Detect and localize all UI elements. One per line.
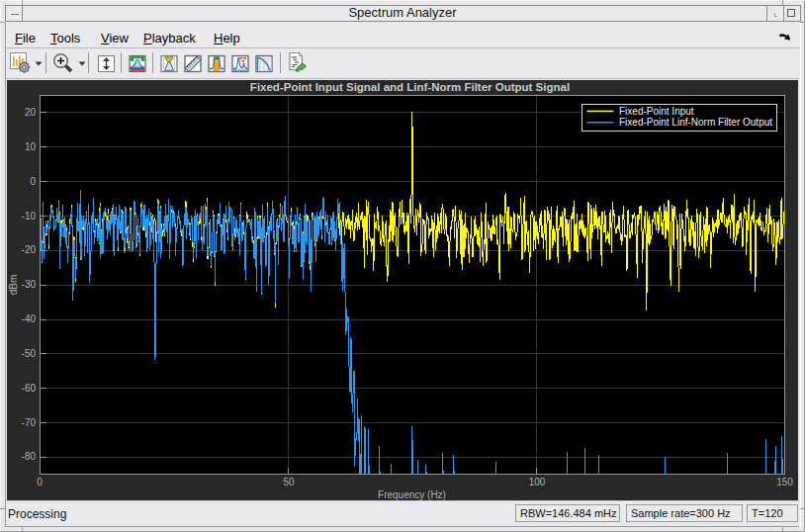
svg-text:-40: -40 [22, 313, 37, 324]
svg-text:-80: -80 [22, 451, 37, 462]
svg-text:-50: -50 [22, 348, 37, 359]
svg-text:-30: -30 [22, 279, 37, 290]
svg-text:-70: -70 [22, 417, 37, 428]
svg-text:0: 0 [30, 176, 36, 187]
svg-text:Fixed-Point Input: Fixed-Point Input [619, 106, 694, 117]
svg-text:100: 100 [529, 477, 546, 488]
svg-text:20: 20 [25, 107, 37, 118]
svg-text:-60: -60 [22, 383, 37, 394]
svg-text:-20: -20 [22, 244, 37, 255]
svg-text:0: 0 [37, 477, 43, 488]
svg-text:Fixed-Point Linf-Norm Filter O: Fixed-Point Linf-Norm Filter Output [619, 117, 772, 128]
svg-text:Frequency (Hz): Frequency (Hz) [378, 489, 446, 500]
svg-text:150: 150 [776, 477, 793, 488]
svg-text:-10: -10 [22, 211, 37, 222]
svg-text:dBm: dBm [8, 275, 19, 296]
svg-text:10: 10 [25, 141, 37, 152]
svg-text:50: 50 [283, 477, 295, 488]
svg-text:Fixed-Point Input Signal and L: Fixed-Point Input Signal and Linf-Norm F… [250, 81, 570, 93]
